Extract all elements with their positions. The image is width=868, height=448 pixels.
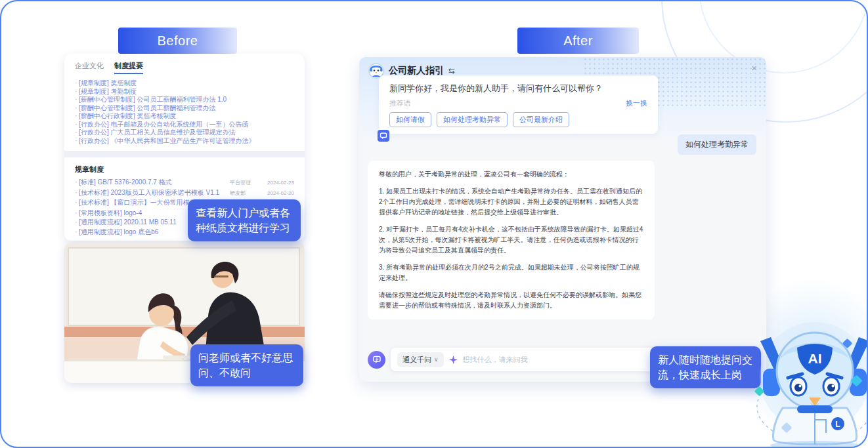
assistant-mini-logo-icon xyxy=(378,130,389,142)
user-message-bubble: 如何处理考勤异常 xyxy=(678,134,756,155)
doc-owner: 平台管理 xyxy=(230,178,260,188)
model-selector[interactable]: 通义千问 ∨ xyxy=(397,352,444,367)
chip-company-intro[interactable]: 公司最新介绍 xyxy=(513,112,569,127)
suggestion-label: 推荐语 xyxy=(389,98,411,108)
ai-chat-window: 公司新人指引 ⇆ × 新同学你好，我是你的新人助手，请问有什么可以帮你？ 推荐语… xyxy=(359,57,766,382)
suggestion-chips: 如何请假 如何处理考勤异常 公司最新介绍 xyxy=(389,112,647,127)
reply-paragraph: 1. 如果员工出现未打卡的情况，系统会自动产生考勤异常待办任务。员工需在收到通知… xyxy=(379,186,643,218)
portal-link[interactable]: [行政办公] 广大员工相关人员信息维护及管理规定办法 xyxy=(75,129,294,137)
doc-date: 2024-02-23 xyxy=(260,178,294,188)
welcome-message-card: 新同学你好，我是你的新人助手，请问有什么可以帮你？ 推荐语 换一换 如何请假 如… xyxy=(379,75,658,134)
doc-owner: 研发部 xyxy=(230,189,260,199)
chat-bubble-icon xyxy=(372,355,381,364)
ai-robot-mascot: AI L xyxy=(754,308,868,448)
chip-attendance-anomaly[interactable]: 如何处理考勤异常 xyxy=(437,112,508,127)
suggestion-row: 推荐语 换一换 xyxy=(389,98,647,108)
reply-paragraph: 2. 对于漏打卡，员工每月有4次补卡机会，这不包括由于系统故障导致的漏打卡。如果… xyxy=(379,224,643,256)
after-banner: After xyxy=(517,28,639,54)
callout-ask-anytime: 新人随时随地提问交流，快速成长上岗 xyxy=(650,346,761,388)
reply-paragraph: 请确保按照这些规定及时处理您的考勤异常情况，以避免任何不必要的误解或影响。如果您… xyxy=(379,290,643,311)
callout-portal-learning: 查看新人门户或者各种纸质文档进行学习 xyxy=(188,199,301,241)
portal-link[interactable]: [薪酬中心管理制度] 公司员工薪酬福利管理办法 1.0 xyxy=(75,96,294,104)
portal-link[interactable]: [行政办公] 《中华人民共和国工业产品生产许可证管理办法》 xyxy=(75,137,294,146)
refresh-suggestions-button[interactable]: 换一换 xyxy=(626,98,647,108)
portal-link[interactable]: [规章制度] 考勤制度 xyxy=(75,88,294,96)
chip-how-to-leave[interactable]: 如何请假 xyxy=(389,112,431,127)
docs-section-title: 规章制度 xyxy=(75,165,294,174)
doc-row[interactable]: [技术标准] 2023版员工入职保密承诺书模板 V1.1 研发部 2024-02… xyxy=(75,188,294,199)
callout-ask-teacher: 问老师或者不好意思问、不敢问 xyxy=(190,344,303,386)
reply-paragraph: 3. 所有考勤异常的处理必须在次月的2号之前完成。如果超期未处理，公司将按照旷工… xyxy=(379,262,643,283)
reply-paragraph: 尊敬的用户，关于考勤异常的处理，蓝凌公司有一套明确的流程： xyxy=(379,169,643,180)
sparkle-icon xyxy=(449,356,458,364)
portal-link[interactable]: [规章制度] 奖惩制度 xyxy=(75,79,294,88)
close-icon[interactable]: × xyxy=(751,62,757,73)
portal-link-list: [规章制度] 奖惩制度 [规章制度] 考勤制度 [薪酬中心管理制度] 公司员工薪… xyxy=(75,79,294,145)
portal-news-card: 企业文化 制度提要 [规章制度] 奖惩制度 [规章制度] 考勤制度 [薪酬中心管… xyxy=(64,54,305,151)
new-chat-button[interactable] xyxy=(368,351,385,369)
doc-title[interactable]: [技术标准] 2023版员工入职保密承诺书模板 V1.1 xyxy=(75,188,230,198)
tab-company-culture[interactable]: 企业文化 xyxy=(75,61,104,74)
after-banner-label: After xyxy=(563,33,593,49)
assistant-reply-bubble: 尊敬的用户，关于考勤异常的处理，蓝凌公司有一套明确的流程： 1. 如果员工出现未… xyxy=(368,161,655,319)
model-name: 通义千问 xyxy=(402,355,431,365)
doc-date: 2024-02-20 xyxy=(260,189,294,199)
before-banner-label: Before xyxy=(158,33,198,49)
chevron-down-icon: ∨ xyxy=(434,356,439,363)
portal-tabs: 企业文化 制度提要 xyxy=(75,61,294,74)
portal-link[interactable]: [薪酬中心行政制度] 奖惩考核制度 xyxy=(75,112,294,121)
mascot-badge-label: L xyxy=(835,420,840,429)
doc-row[interactable]: [标准] GB/T 5376-2000.7.7 格式 平台管理 2024-02-… xyxy=(75,178,294,188)
comparison-card: Before After 企业文化 制度提要 [规章制度] 奖惩制度 [规章制度… xyxy=(0,0,868,448)
mascot-forehead-label: AI xyxy=(808,351,822,366)
before-banner: Before xyxy=(118,28,237,54)
tab-policy-digest[interactable]: 制度提要 xyxy=(114,61,143,74)
portal-link[interactable]: [行政办公] 电子邮箱及办公自动化系统使用（一至）公告函 xyxy=(75,121,294,129)
portal-link[interactable]: [薪酬中心管理制度] 公司员工薪酬福利管理办法 xyxy=(75,104,294,113)
swap-assistant-icon[interactable]: ⇆ xyxy=(448,66,455,75)
doc-title[interactable]: [标准] GB/T 5376-2000.7.7 格式 xyxy=(75,178,230,188)
welcome-text: 新同学你好，我是你的新人助手，请问有什么可以帮你？ xyxy=(389,83,647,94)
